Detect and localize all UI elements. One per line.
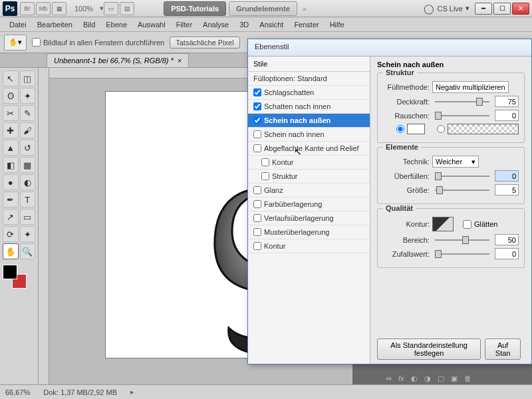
new-layer-icon[interactable]: ▣ bbox=[451, 374, 458, 383]
menu-filter[interactable]: Filter bbox=[171, 21, 198, 29]
shape-tool[interactable]: ▭ bbox=[20, 209, 36, 225]
deckkraft-slider[interactable] bbox=[435, 97, 489, 106]
marquee-tool[interactable]: ◫ bbox=[20, 70, 36, 86]
style-verlaufuberlagerung[interactable]: Verlaufsüberlagerung bbox=[248, 211, 370, 225]
delete-layer-icon[interactable]: 🗑 bbox=[464, 374, 471, 383]
style-musteruberlagerung[interactable]: Musterüberlagerung bbox=[248, 225, 370, 239]
bridge-icon[interactable]: Br bbox=[20, 2, 35, 15]
tool-preset-picker[interactable]: ✋▾ bbox=[4, 35, 27, 51]
type-tool[interactable]: T bbox=[20, 192, 36, 207]
technik-select[interactable]: Weicher▾ bbox=[432, 156, 479, 168]
wand-tool[interactable]: ✦ bbox=[20, 88, 36, 104]
eyedropper-tool[interactable]: ✎ bbox=[20, 105, 36, 121]
history-brush-tool[interactable]: ↺ bbox=[20, 140, 36, 156]
menu-3d[interactable]: 3D bbox=[234, 21, 254, 29]
gradient-tool[interactable]: ▦ bbox=[20, 157, 36, 173]
eraser-tool[interactable]: ◧ bbox=[3, 157, 19, 173]
menu-bearbeiten[interactable]: Bearbeiten bbox=[32, 21, 78, 29]
fx-icon[interactable]: fx bbox=[398, 374, 404, 383]
style-glanz[interactable]: Glanz bbox=[248, 184, 370, 198]
color-swatches[interactable] bbox=[3, 265, 27, 289]
cslive-button[interactable]: ◯CS Live ▾ bbox=[418, 3, 475, 14]
link-layers-icon[interactable]: ⇔ bbox=[386, 374, 392, 383]
blend-options-row[interactable]: Fülloptionen: Standard bbox=[248, 72, 370, 86]
style-farbuberlagerung[interactable]: Farbüberlagerung bbox=[248, 198, 370, 211]
actual-pixels-button[interactable]: Tatsächliche Pixel bbox=[170, 37, 239, 49]
screen-mode-icon[interactable]: ▭ bbox=[104, 2, 118, 15]
scroll-all-checkbox[interactable]: Bildlauf in allen Fenstern durchführen bbox=[32, 38, 164, 47]
styles-header[interactable]: Stile bbox=[248, 57, 370, 72]
blur-tool[interactable]: ● bbox=[3, 174, 19, 190]
style-schatten-innen[interactable]: Schatten nach innen bbox=[248, 100, 370, 114]
menu-bild[interactable]: Bild bbox=[78, 21, 100, 29]
style-struktur-bevel[interactable]: Struktur bbox=[248, 170, 370, 184]
grosse-input[interactable] bbox=[495, 184, 519, 196]
zoom-level[interactable]: 100% bbox=[68, 5, 100, 13]
color-well[interactable] bbox=[407, 124, 425, 134]
rauschen-input[interactable] bbox=[495, 110, 519, 121]
kontur-picker[interactable] bbox=[432, 217, 454, 231]
hand-tool[interactable]: ✋ bbox=[3, 243, 19, 259]
style-schein-aussen[interactable]: Schein nach außen bbox=[248, 114, 370, 128]
close-button[interactable]: ✕ bbox=[512, 3, 529, 15]
group-icon[interactable]: ▢ bbox=[438, 374, 444, 383]
zufall-input[interactable] bbox=[495, 248, 519, 259]
menu-auswahl[interactable]: Auswahl bbox=[132, 21, 171, 29]
move-tool[interactable]: ↖ bbox=[3, 70, 19, 86]
gradient-radio[interactable] bbox=[437, 125, 445, 133]
uberfullen-slider[interactable] bbox=[435, 172, 489, 181]
3d-camera-tool[interactable]: ✦ bbox=[20, 226, 36, 242]
minibridge-icon[interactable]: Mb bbox=[36, 2, 51, 15]
reset-default-button[interactable]: Auf Stan bbox=[485, 338, 521, 360]
adjustment-icon[interactable]: ◑ bbox=[424, 374, 431, 383]
style-schein-innen[interactable]: Schein nach innen bbox=[248, 128, 370, 142]
style-schlagschatten[interactable]: Schlagschatten bbox=[248, 86, 370, 100]
bereich-slider[interactable] bbox=[435, 235, 489, 245]
heal-tool[interactable]: ✚ bbox=[3, 122, 19, 138]
deckkraft-input[interactable] bbox=[495, 96, 519, 107]
menu-ansicht[interactable]: Ansicht bbox=[254, 21, 289, 29]
menu-fenster[interactable]: Fenster bbox=[289, 21, 324, 29]
mask-icon[interactable]: ◐ bbox=[411, 374, 418, 383]
workspace-tab-psd[interactable]: PSD-Tutorials bbox=[164, 1, 226, 16]
gradient-well[interactable] bbox=[448, 124, 519, 134]
arrange-icon[interactable]: ▦ bbox=[52, 2, 66, 15]
grosse-slider[interactable] bbox=[435, 186, 489, 195]
zufall-slider[interactable] bbox=[435, 249, 489, 259]
grosse-label: Größe: bbox=[383, 186, 430, 194]
maximize-button[interactable]: ☐ bbox=[493, 3, 511, 15]
minimize-button[interactable]: ━ bbox=[475, 3, 492, 15]
style-kontur[interactable]: Kontur bbox=[248, 239, 370, 253]
fg-color-swatch[interactable] bbox=[3, 265, 17, 279]
pen-tool[interactable]: ✒ bbox=[3, 192, 19, 207]
stamp-tool[interactable]: ▲ bbox=[3, 140, 19, 156]
close-tab-icon[interactable]: × bbox=[178, 57, 182, 65]
menu-hilfe[interactable]: Hilfe bbox=[325, 21, 350, 29]
menu-ebene[interactable]: Ebene bbox=[100, 21, 132, 29]
view-extras-icon[interactable]: ▤ bbox=[120, 2, 134, 15]
fullmethode-select[interactable]: Negativ multiplizieren bbox=[432, 81, 509, 93]
path-select-tool[interactable]: ↗ bbox=[3, 209, 19, 225]
brush-tool[interactable]: 🖌 bbox=[20, 122, 36, 138]
menu-analyse[interactable]: Analyse bbox=[198, 21, 234, 29]
glatten-checkbox[interactable] bbox=[463, 220, 471, 229]
color-radio[interactable] bbox=[396, 125, 404, 133]
style-bevel[interactable]: Abgeflachte Kante und Relief bbox=[248, 142, 370, 156]
style-kontur-bevel[interactable]: Kontur bbox=[248, 156, 370, 170]
bereich-input[interactable] bbox=[495, 234, 519, 245]
crop-tool[interactable]: ✂ bbox=[3, 105, 19, 121]
rauschen-slider[interactable] bbox=[435, 111, 489, 120]
document-tab[interactable]: Unbenannt-1 bei 66,7% (S, RGB/8) *× bbox=[47, 53, 189, 67]
3d-tool[interactable]: ⟳ bbox=[3, 226, 19, 242]
uberfullen-input[interactable] bbox=[495, 170, 519, 182]
layer-style-dialog: Ebenenstil Stile Fülloptionen: Standard … bbox=[247, 39, 532, 364]
make-default-button[interactable]: Als Standardeinstellung festlegen bbox=[377, 338, 481, 360]
more-workspaces-icon[interactable]: » bbox=[299, 5, 311, 13]
dodge-tool[interactable]: ◐ bbox=[20, 174, 36, 190]
lasso-tool[interactable]: ʘ bbox=[3, 88, 19, 104]
ruler-vert bbox=[39, 68, 49, 384]
workspace-tab-grund[interactable]: Grundelemente bbox=[229, 1, 297, 16]
zoom-tool[interactable]: 🔍 bbox=[20, 243, 36, 259]
status-zoom[interactable]: 66,67% bbox=[5, 388, 30, 396]
menu-datei[interactable]: Datei bbox=[4, 21, 32, 29]
